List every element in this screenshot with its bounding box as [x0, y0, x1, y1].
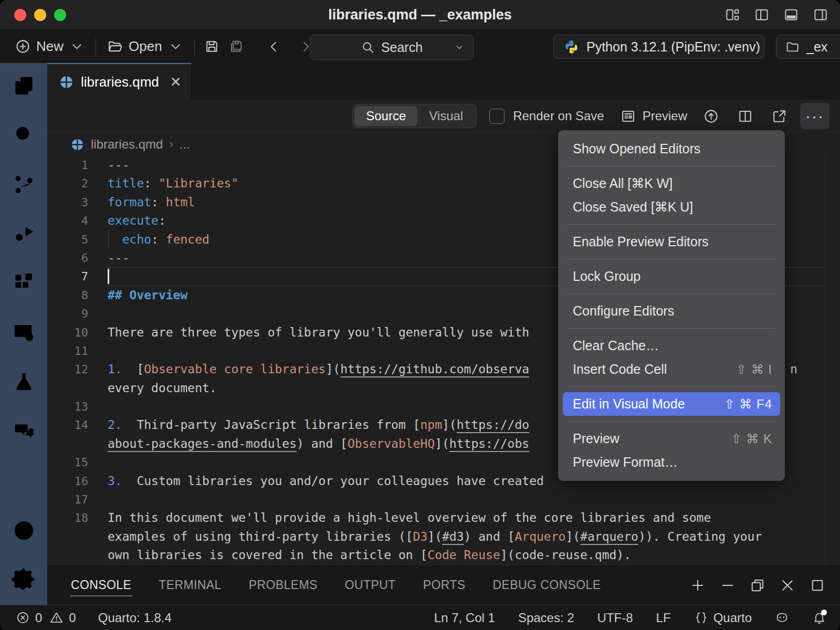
activity-search-icon[interactable]	[12, 123, 36, 148]
line-number: 9	[47, 304, 108, 323]
breadcrumb-more[interactable]: ...	[180, 137, 190, 152]
divider	[96, 38, 96, 55]
status-0[interactable]: 0	[16, 611, 42, 625]
chevron-left-icon	[267, 39, 281, 54]
panel-tab-output[interactable]: OUTPUT	[344, 571, 397, 600]
panel-layout-icon[interactable]	[783, 7, 799, 23]
line-number: 6	[47, 249, 108, 267]
menu-item-preview[interactable]: Preview⇧ ⌘ K	[558, 427, 785, 450]
activity-source-control-icon[interactable]	[12, 172, 36, 197]
menu-item-show-opened-editors[interactable]: Show Opened Editors	[558, 137, 785, 161]
minimize-window-button[interactable]	[34, 9, 46, 21]
menu-item-close-saved-k-u[interactable]: Close Saved [⌘K U]	[558, 195, 785, 219]
line-number: 11	[47, 342, 108, 360]
tab-close-icon[interactable]: ✕	[170, 74, 182, 90]
menu-item-preview-format[interactable]: Preview Format…	[558, 450, 785, 474]
status-ln-7-col-1[interactable]: Ln 7, Col 1	[434, 611, 495, 625]
activity-explorer-icon[interactable]	[12, 74, 36, 98]
close-window-button[interactable]	[14, 9, 26, 21]
activity-extensions-icon[interactable]	[12, 271, 36, 296]
maximize-panel-icon[interactable]	[810, 578, 825, 593]
split-editor-layout-icon[interactable]	[754, 7, 770, 23]
render-button[interactable]	[703, 108, 719, 124]
warning-icon	[49, 611, 64, 625]
search-input[interactable]: Search	[310, 35, 474, 60]
activity-remote-explorer-icon[interactable]	[12, 320, 36, 345]
line-number: 2	[47, 174, 108, 193]
activity-bar-top	[12, 74, 36, 444]
line-number	[47, 379, 108, 397]
menu-item-lock-group[interactable]: Lock Group	[558, 265, 785, 288]
menu-item-configure-editors[interactable]: Configure Editors	[558, 299, 785, 323]
close-panel-icon[interactable]	[780, 578, 795, 593]
chevron-down-icon	[167, 38, 184, 55]
line-number	[47, 435, 108, 453]
back-button[interactable]	[262, 39, 286, 54]
workspace-label: _ex	[806, 39, 827, 55]
save-all-button[interactable]	[224, 38, 248, 55]
panel-tab-console[interactable]: CONSOLE	[70, 571, 132, 600]
source-mode-button[interactable]: Source	[354, 106, 417, 126]
code-line-18[interactable]: 18In this document we'll provide a high-…	[47, 509, 840, 527]
more-actions-button[interactable]: ···	[800, 103, 830, 129]
menu-item-insert-code-cell[interactable]: Insert Code Cell⇧ ⌘ I	[558, 358, 785, 381]
open-button[interactable]: Open	[101, 38, 189, 55]
status-utf-8[interactable]: UTF-8	[597, 611, 633, 625]
code-line-17[interactable]: 17	[47, 490, 840, 509]
activity-settings-gear-icon[interactable]	[12, 565, 36, 590]
status-0[interactable]: 0	[49, 611, 76, 625]
menu-item-close-all-k-w[interactable]: Close All [⌘K W]	[558, 172, 785, 195]
tab-bar: libraries.qmd ✕	[47, 63, 840, 100]
bell-icon	[812, 611, 826, 625]
minus-icon[interactable]	[720, 578, 736, 593]
plus-icon[interactable]	[690, 578, 706, 593]
save-button[interactable]	[200, 38, 224, 55]
status-lf[interactable]: LF	[656, 611, 671, 625]
interpreter-selector[interactable]: Python 3.12.1 (PipEnv: .venv)	[553, 35, 764, 59]
preview-button[interactable]: Preview	[620, 108, 687, 124]
line-number: 17	[47, 490, 108, 509]
layout-customize-icon[interactable]	[724, 7, 740, 23]
tab-label: libraries.qmd	[81, 74, 159, 90]
code-line-wrap[interactable]: own libraries is covered in the article …	[47, 546, 840, 564]
indent-guide	[108, 230, 109, 249]
braces-icon	[694, 611, 708, 625]
zoom-window-button[interactable]	[54, 9, 66, 21]
menu-item-enable-preview-editors[interactable]: Enable Preview Editors	[558, 230, 785, 254]
menu-item-edit-in-visual-mode[interactable]: Edit in Visual Mode⇧ ⌘ F4	[563, 392, 780, 416]
secondary-sidebar-icon[interactable]	[813, 7, 828, 23]
panel-tab-debug-console[interactable]: DEBUG CONSOLE	[492, 571, 602, 600]
menu-separator	[567, 421, 776, 422]
activity-run-debug-icon[interactable]	[12, 222, 36, 246]
restore-panel-icon[interactable]	[750, 578, 765, 593]
activity-bar	[0, 63, 47, 605]
menu-separator	[567, 386, 776, 387]
breadcrumb-file[interactable]: libraries.qmd	[91, 137, 163, 152]
preview-icon	[620, 108, 636, 124]
line-number: 15	[47, 453, 108, 471]
tab-libraries-qmd[interactable]: libraries.qmd ✕	[47, 63, 192, 100]
status-quarto[interactable]: Quarto	[694, 611, 752, 625]
line-number: 5	[47, 230, 108, 249]
visual-mode-button[interactable]: Visual	[417, 106, 475, 126]
split-editor-button[interactable]	[737, 108, 753, 124]
status-copilot-icon[interactable]	[775, 611, 789, 625]
panel-tab-problems[interactable]: PROBLEMS	[248, 571, 319, 600]
menu-item-clear-cache[interactable]: Clear Cache…	[558, 334, 785, 358]
render-on-save-checkbox[interactable]	[489, 109, 505, 124]
open-in-new-window-button[interactable]	[771, 108, 788, 124]
activity-account-icon[interactable]	[12, 518, 36, 543]
text-cursor	[108, 269, 109, 284]
status-quarto-1-8-4[interactable]: Quarto: 1.8.4	[98, 611, 172, 625]
panel-tab-ports[interactable]: PORTS	[422, 571, 467, 600]
code-line-wrap[interactable]: examples of using third-party libraries …	[47, 528, 840, 546]
new-button[interactable]: New	[9, 38, 90, 55]
status-spaces-2[interactable]: Spaces: 2	[518, 611, 574, 625]
line-number: 10	[47, 323, 108, 342]
menu-separator	[567, 259, 776, 259]
workspace-button[interactable]: _ex	[776, 35, 840, 59]
activity-testing-icon[interactable]	[12, 370, 36, 394]
activity-chat-icon[interactable]	[12, 419, 36, 444]
status-bell-icon[interactable]	[812, 611, 826, 625]
panel-tab-terminal[interactable]: TERMINAL	[158, 571, 223, 600]
